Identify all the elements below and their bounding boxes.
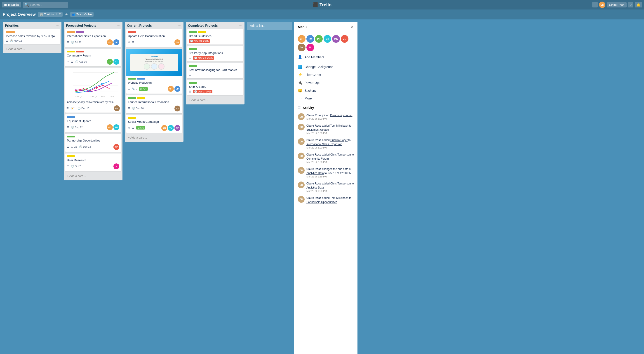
change-background-action[interactable]: Change Background (294, 63, 358, 71)
card-title: Equipment Update (67, 119, 119, 123)
member-avatar[interactable]: SL (306, 44, 314, 51)
filter-label: Filter Cards (304, 73, 321, 77)
card-conversion-rate[interactable]: 2013, Q1 2013, Q4 2014 2015 (65, 68, 121, 113)
card-list-icon: ☰ (67, 165, 69, 168)
add-card-button-priorities[interactable]: + Add a card... (4, 46, 60, 52)
card-meta: ☰ (189, 74, 241, 76)
column-priorities: Priorities ··· Increase sales revenue by… (3, 22, 62, 53)
card-partnership[interactable]: Partnership Opportunities ☰ ☐ 0/5 🕐 Dec … (65, 134, 121, 151)
add-card-button-forecasted[interactable]: + Add a card... (65, 173, 121, 179)
power-ups-action[interactable]: 🔌 Power-Ups (294, 79, 358, 87)
activity-link[interactable]: Community Forum (306, 157, 329, 160)
activity-avatar: CR (298, 124, 304, 130)
card-label (128, 78, 136, 80)
card-user-research[interactable]: User Research ☰ 🕐 Oct 7 JL (65, 154, 121, 171)
team-icon: 👥 (72, 13, 76, 16)
activity-time: Mar 29 at 2:00 PM (306, 132, 354, 135)
card-international-sales[interactable]: International Sales Expansion ☰ 🕐 Jul 20… (65, 29, 121, 47)
card-due-badge-red: 🕐 Nov 24, 2015 (193, 56, 214, 60)
activity-link[interactable]: Tom Mikelbach (330, 124, 348, 127)
card-community-forum[interactable]: Community Forum 👁 ☰ 🕐 Aug 30 TM CT (65, 49, 121, 67)
activity-link[interactable]: Community Forum (330, 114, 352, 117)
member-avatar[interactable]: MK (332, 35, 340, 43)
card-due-badge-red: 🕐 Dec 1, 2015 (193, 90, 212, 93)
more-action[interactable]: ··· More (294, 95, 358, 102)
stickers-action[interactable]: 😊 Stickers (294, 87, 358, 95)
card-list-icon: ☰ (128, 107, 130, 110)
card-label (189, 48, 197, 50)
activity-link[interactable]: Tom Mikelbach (330, 196, 348, 200)
change-bg-icon (298, 65, 302, 69)
menu-header: Menu ✕ (294, 22, 358, 32)
activity-item: CR Claire Rose added Tom Mikelbach to Eq… (294, 122, 358, 136)
member-avatar[interactable]: JL (341, 35, 348, 43)
search-input[interactable] (30, 3, 66, 7)
card-brand-guidelines[interactable]: Brand Guidelines 🕐 Nov 10, 2015 (187, 29, 243, 45)
activity-link[interactable]: International Sales Expansion (306, 143, 342, 146)
column-menu-button-priorities[interactable]: ··· (56, 24, 59, 28)
card-title-launch-intl: Launch International Expansion (128, 100, 180, 104)
user-name: Claire Rose (609, 3, 624, 7)
board-org[interactable]: 🏢 Travidux, LLC (38, 12, 62, 17)
card-label (67, 155, 75, 157)
card-website-redesign[interactable]: Travidux Welcome to What's Next Fresh Id… (126, 49, 182, 94)
activity-link[interactable]: Partnership Opportunities (306, 200, 337, 204)
card-increase-sales[interactable]: Increase sales revenue by 30% in Q4 ☰ 🕐 … (4, 29, 60, 44)
card-meta: 👁 ☰ 🕐 Aug 30 TM CT (67, 59, 119, 65)
add-list-button[interactable]: Add a list... (247, 22, 292, 30)
activity-link[interactable]: Analytics Data (306, 172, 324, 175)
card-social-media[interactable]: Social Media Campaign 👁 ☰ ☑ 5/6 CR TM PP (126, 115, 182, 133)
activity-link[interactable]: Chris Temperson (330, 153, 351, 156)
card-test-messaging[interactable]: Test new messaging for SMB market ☰ (187, 63, 243, 78)
activity-link[interactable]: Priscilla Parjet (330, 139, 348, 142)
card-list-icon: ☰ (128, 88, 130, 90)
card-update-help[interactable]: Update Help Documentation 👁 ☰ CR (126, 29, 182, 47)
card-ship-ios[interactable]: Ship iOS app ☰ 🕐 Dec 1, 2015 (187, 80, 243, 95)
grid-icon: ⊞ (4, 3, 7, 7)
activity-time: Mar 29 at 2:00 PM (306, 146, 354, 149)
card-equipment-update[interactable]: Equipment Update ☰ 🕐 Sep 12 CR TM (65, 114, 121, 132)
activity-text: Claire Rose joined Community Forum (306, 113, 352, 117)
member-avatar[interactable]: TM (306, 35, 314, 43)
column-menu-button-forecasted[interactable]: ··· (117, 24, 120, 28)
star-button[interactable]: ★ (65, 13, 68, 17)
filter-cards-action[interactable]: ⚡ Filter Cards (294, 71, 358, 79)
card-title: Website Redesign (128, 81, 180, 85)
member-avatar[interactable]: CT (324, 35, 331, 43)
activity-link[interactable]: Analytics Data (306, 186, 324, 189)
card-label (67, 116, 75, 118)
card-due-badge: 🕐 May 12 (10, 39, 22, 42)
help-button[interactable]: ? (628, 2, 634, 8)
notification-button[interactable]: 🔔 (635, 2, 642, 8)
team-label: Team Visible (76, 13, 92, 16)
activity-item: CR Claire Rose changed the due date of A… (294, 165, 358, 180)
activity-link[interactable]: Equipment Update (306, 128, 329, 131)
member-avatar[interactable]: DK (298, 44, 306, 51)
column-menu-button-completed[interactable]: ··· (239, 24, 242, 28)
add-card-button-current[interactable]: + Add a card... (126, 135, 182, 141)
column-menu-button-current[interactable]: ··· (178, 24, 181, 28)
board-area: Priorities ··· Increase sales revenue by… (0, 20, 644, 354)
card-avatar: PP (174, 125, 180, 131)
user-button[interactable]: Claire Rose (607, 2, 626, 8)
activity-text: Claire Rose added Priscilla Parjet to In… (306, 138, 354, 146)
member-avatar[interactable]: PP (315, 35, 323, 43)
add-button[interactable]: + (592, 2, 598, 8)
card-launch-international[interactable]: Launch International Expansion ☰ 🕐 Dec 1… (126, 95, 182, 113)
top-nav: ⊞ Boards 🔍 ⬛ Trello + CR Claire Rose ? 🔔 (0, 0, 644, 10)
member-avatar[interactable]: CR (298, 35, 306, 43)
boards-button[interactable]: ⊞ Boards (2, 2, 21, 8)
card-3rd-party[interactable]: 3rd Party App Integrations ☰ 🕐 Nov 24, 2… (187, 46, 243, 62)
card-due: 🕐 Aug 30 (75, 60, 87, 63)
activity-time: Mar 29 at 2:00 PM (306, 161, 354, 163)
card-list-icon: ☰ (189, 57, 191, 60)
add-members-action[interactable]: 👤 Add Members... (294, 53, 358, 61)
add-card-button-completed[interactable]: + Add a card... (187, 97, 243, 103)
column-forecasted: Forecasted Projects ··· International Sa… (64, 22, 122, 180)
menu-close-button[interactable]: ✕ (350, 25, 354, 29)
card-due: 🕐 Sep 12 (71, 126, 83, 129)
activity-link[interactable]: Chris Temperson (330, 182, 351, 185)
activity-text: Claire Rose added Tom Mikelbach to Equip… (306, 124, 354, 132)
user-avatar[interactable]: CR (599, 2, 605, 8)
column-current: Current Projects ··· Update Help Documen… (125, 22, 184, 142)
